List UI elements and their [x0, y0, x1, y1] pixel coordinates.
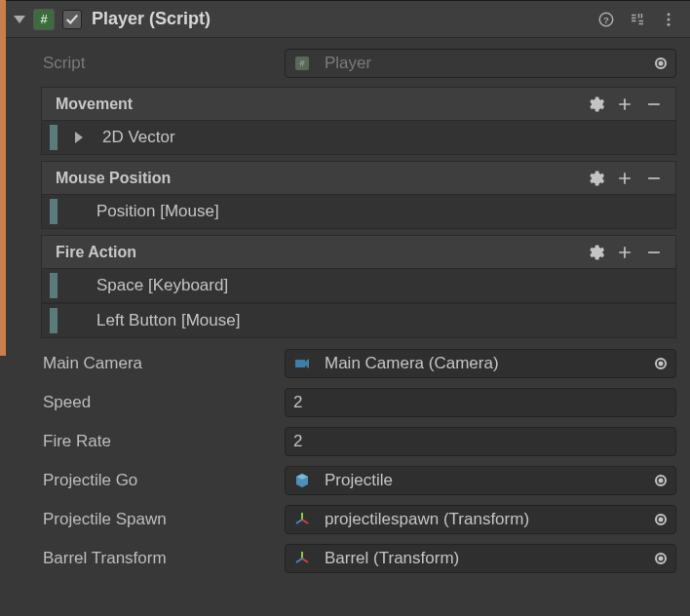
drag-handle[interactable]: [50, 273, 58, 298]
foldout-right-icon[interactable]: [75, 132, 83, 143]
object-picker-icon[interactable]: [652, 472, 670, 489]
transform-icon: [293, 511, 311, 528]
fire-rate-row: Fire Rate 2: [0, 422, 690, 461]
plus-icon[interactable]: [613, 93, 636, 116]
minus-icon[interactable]: [642, 93, 666, 116]
barrel-transform-label: Barrel Transform: [43, 549, 285, 568]
main-camera-label: Main Camera: [43, 354, 285, 373]
component-header[interactable]: # Player (Script) ?: [0, 1, 690, 38]
barrel-transform-row: Barrel Transform Barrel (Transform): [0, 539, 690, 578]
projectile-spawn-label: Projectile Spawn: [43, 510, 285, 529]
main-camera-row: Main Camera Main Camera (Camera): [0, 344, 690, 383]
projectile-go-field[interactable]: Projectile: [285, 466, 676, 495]
plus-icon[interactable]: [613, 241, 636, 264]
gear-icon[interactable]: [584, 241, 607, 264]
input-action-header[interactable]: Fire Action: [41, 235, 676, 268]
projectile-go-row: Projectile Go Projectile: [0, 461, 690, 500]
svg-rect-7: [295, 360, 305, 367]
projectile-go-value: Projectile: [317, 471, 393, 490]
input-action-section: Movement2D Vector: [41, 87, 676, 155]
input-action-name: Mouse Position: [56, 170, 171, 187]
gear-icon[interactable]: [584, 167, 607, 190]
foldout-icon[interactable]: [14, 16, 25, 23]
object-picker-icon[interactable]: [652, 550, 670, 567]
script-field: # Player: [285, 49, 676, 78]
binding-row[interactable]: Left Button [Mouse]: [41, 303, 676, 338]
object-picker-icon[interactable]: [652, 355, 670, 372]
minus-icon[interactable]: [642, 167, 666, 190]
speed-value: 2: [286, 393, 302, 412]
main-camera-field[interactable]: Main Camera (Camera): [285, 349, 676, 378]
script-row: Script # Player: [0, 44, 690, 83]
binding-row[interactable]: Space [Keyboard]: [41, 268, 676, 303]
barrel-transform-field[interactable]: Barrel (Transform): [285, 544, 676, 573]
main-camera-value: Main Camera (Camera): [317, 354, 499, 373]
input-action-header[interactable]: Movement: [41, 87, 676, 120]
binding-label: 2D Vector: [95, 128, 175, 147]
input-action-section: Mouse PositionPosition [Mouse]: [41, 161, 676, 229]
svg-point-4: [668, 22, 671, 25]
binding-label: Left Button [Mouse]: [89, 311, 240, 330]
svg-point-3: [668, 18, 671, 20]
binding-row[interactable]: 2D Vector: [41, 120, 676, 155]
speed-label: Speed: [43, 393, 285, 412]
projectile-spawn-row: Projectile Spawn projectilespawn (Transf…: [0, 500, 690, 539]
script-icon: #: [33, 9, 55, 30]
binding-row[interactable]: Position [Mouse]: [41, 194, 676, 229]
drag-handle[interactable]: [50, 125, 58, 150]
speed-field[interactable]: 2: [285, 388, 676, 417]
script-icon: #: [293, 55, 311, 72]
projectile-go-label: Projectile Go: [43, 471, 285, 490]
camera-icon: [293, 355, 311, 372]
object-picker-icon[interactable]: [652, 511, 670, 528]
input-action-name: Movement: [56, 96, 133, 113]
object-picker-icon[interactable]: [652, 55, 670, 72]
presets-icon[interactable]: [626, 8, 649, 31]
svg-point-6: [660, 62, 663, 65]
svg-point-11: [660, 480, 663, 482]
fire-rate-value: 2: [286, 432, 302, 451]
speed-row: Speed 2: [0, 383, 690, 422]
drag-handle[interactable]: [50, 308, 58, 333]
enable-toggle[interactable]: [62, 10, 82, 29]
binding-label: Space [Keyboard]: [89, 276, 228, 295]
projectile-spawn-value: projectilespawn (Transform): [317, 510, 529, 529]
plus-icon[interactable]: [613, 167, 636, 190]
projectile-spawn-field[interactable]: projectilespawn (Transform): [285, 505, 676, 534]
barrel-transform-value: Barrel (Transform): [317, 549, 459, 568]
help-icon[interactable]: ?: [594, 8, 618, 31]
drag-handle[interactable]: [50, 199, 58, 224]
fire-rate-label: Fire Rate: [43, 432, 285, 451]
input-action-name: Fire Action: [56, 244, 136, 261]
svg-text:?: ?: [603, 14, 609, 24]
input-action-section: Fire ActionSpace [Keyboard]Left Button […: [41, 235, 676, 338]
gear-icon[interactable]: [584, 93, 607, 116]
prefab-icon: [293, 472, 311, 489]
input-action-header[interactable]: Mouse Position: [41, 161, 676, 194]
menu-icon[interactable]: [657, 8, 680, 31]
minus-icon[interactable]: [642, 241, 666, 264]
component-title: Player (Script): [92, 9, 211, 29]
svg-point-2: [668, 13, 671, 16]
transform-icon: [293, 550, 311, 567]
svg-point-9: [660, 363, 663, 366]
binding-label: Position [Mouse]: [89, 202, 219, 221]
script-label: Script: [43, 54, 285, 73]
svg-point-15: [660, 558, 663, 560]
script-value: Player: [317, 54, 371, 73]
svg-point-13: [660, 519, 663, 521]
fire-rate-field[interactable]: 2: [285, 427, 676, 456]
